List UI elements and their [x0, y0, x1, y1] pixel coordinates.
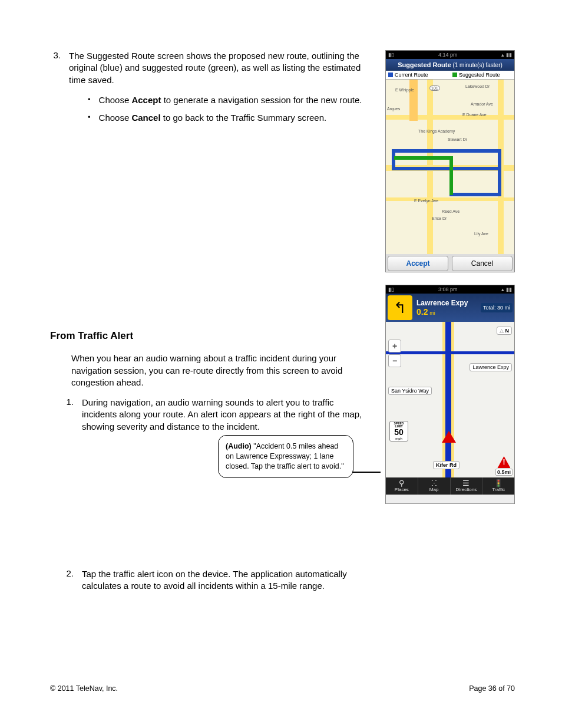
- tab-directions[interactable]: ☰Directions: [451, 477, 483, 495]
- hwy-shield: 101: [429, 85, 440, 91]
- intro-paragraph: When you hear an audio warning about a t…: [71, 353, 378, 388]
- suggested-route-header: Suggested Route (1 minute(s) faster): [386, 59, 514, 71]
- speed-limit-sign: SPEED LIMIT 50 mph: [389, 421, 408, 442]
- tab-traffic[interactable]: 🚦Traffic: [482, 477, 514, 495]
- list-item-1: 1. During navigation, an audio warning s…: [63, 397, 374, 433]
- status-bar: ▮▯ 4:14 pm ▴ ▮▮: [386, 51, 514, 59]
- signal-icon: ▴ ▮▮: [501, 52, 512, 58]
- list-number: 1.: [63, 397, 74, 433]
- accept-button[interactable]: Accept: [388, 256, 448, 271]
- tab-places[interactable]: ⚲Places: [386, 477, 418, 495]
- bullet-list: • Choose Accept to generate a navigation…: [88, 94, 374, 124]
- battery-icon: ▮▯: [388, 286, 394, 292]
- list-item-2: 2. Tap the traffic alert icon on the dev…: [63, 568, 374, 592]
- compass[interactable]: △ N: [497, 327, 513, 335]
- map-view[interactable]: 101 E Whipple Lakewood Dr Amador Ave E D…: [386, 80, 514, 254]
- map-label: The Kings Academy: [418, 129, 455, 133]
- list-item-2-text: Tap the traffic alert icon on the device…: [82, 568, 371, 592]
- route-line: [445, 322, 451, 477]
- green-square-icon: [452, 73, 457, 77]
- compass-icon: △: [500, 328, 504, 334]
- cancel-button[interactable]: Cancel: [452, 256, 513, 271]
- legend-current: Current Route: [386, 71, 450, 79]
- bullet-cancel: • Choose Cancel to go back to the Traffi…: [88, 112, 374, 124]
- map-label: Reed Ave: [442, 209, 459, 213]
- bullet-accept: • Choose Accept to generate a navigation…: [88, 94, 374, 106]
- bottom-tab-bar: ⚲Places ⵘMap ☰Directions 🚦Traffic: [386, 477, 514, 495]
- map-label: Arques: [387, 107, 400, 111]
- legend-suggested: Suggested Route: [450, 71, 514, 79]
- button-row: Accept Cancel: [386, 254, 514, 273]
- callout-label: (Audio): [226, 442, 252, 450]
- map-label: Lily Ave: [474, 232, 488, 236]
- copyright: © 2011 TeleNav, Inc.: [50, 684, 118, 693]
- bullet-dot-icon: •: [88, 112, 91, 124]
- section-heading: From Traffic Alert: [50, 330, 374, 342]
- page-footer: © 2011 TeleNav, Inc. Page 36 of 70: [50, 684, 515, 693]
- list-item-3-text: The Suggested Route screen shows the pro…: [69, 50, 374, 86]
- status-bar: ▮▯ 3:08 pm ▴ ▮▮: [386, 285, 514, 294]
- blue-square-icon: [388, 73, 393, 77]
- map-label: E Evelyn Ave: [414, 199, 438, 203]
- turn-left-icon: ↰: [388, 295, 412, 320]
- audio-callout: (Audio) "Accident 0.5 miles ahead on Law…: [218, 435, 353, 478]
- bullet-text: Choose Accept to generate a navigation s…: [99, 94, 362, 106]
- turn-instruction-bar: ↰ Lawrence Expy 0.2 mi Total: 30 mi: [386, 294, 514, 322]
- bullet-text: Choose Cancel to go back to the Traffic …: [99, 112, 327, 124]
- list-number: 2.: [63, 568, 74, 592]
- map-label: E Whipple: [395, 88, 414, 92]
- traffic-light-icon: 🚦: [482, 479, 514, 487]
- ordered-list: 3. The Suggested Route screen shows the …: [50, 50, 374, 130]
- street-label-sanysidro: San Ysidro Way: [388, 387, 432, 395]
- list-item-3: 3. The Suggested Route screen shows the …: [50, 50, 374, 130]
- map-label: E Duane Ave: [462, 113, 487, 117]
- next-distance: 0.2: [416, 307, 428, 317]
- street-label-lawrence: Lawrence Expy: [470, 363, 512, 371]
- zoom-in-button[interactable]: +: [388, 340, 401, 353]
- map-label: Lakewood Dr: [465, 84, 490, 88]
- cross-route: [386, 351, 514, 354]
- battery-icon: ▮▯: [388, 52, 394, 58]
- navigation-map[interactable]: △ N + − Lawrence Expy San Ysidro Way Kif…: [386, 322, 514, 477]
- header-note: (1 minute(s) faster): [452, 62, 502, 68]
- total-distance: Total: 30 mi: [481, 303, 513, 312]
- list-number: 3.: [50, 50, 61, 130]
- alert-distance: 0.5mi: [495, 469, 513, 476]
- callout-connector: [352, 472, 381, 473]
- next-street: Lawrence Expy: [416, 299, 477, 307]
- zoom-out-button[interactable]: −: [388, 354, 401, 367]
- street-label-kifer: Kifer Rd: [433, 461, 459, 469]
- list-icon: ☰: [451, 479, 482, 487]
- tab-map[interactable]: ⵘMap: [418, 477, 451, 495]
- car-position-icon: [442, 431, 456, 443]
- status-time: 3:08 pm: [438, 286, 458, 292]
- pin-icon: ⚲: [386, 479, 418, 487]
- traffic-alert-button[interactable]: 0.5mi: [495, 456, 513, 476]
- map-label: Amador Ave: [471, 102, 493, 106]
- signal-icon: ▴ ▮▮: [501, 286, 512, 292]
- header-title: Suggested Route: [398, 61, 451, 68]
- screenshot-suggested-route: ▮▯ 4:14 pm ▴ ▮▮ Suggested Route (1 minut…: [385, 50, 515, 272]
- bullet-dot-icon: •: [88, 94, 91, 106]
- alert-triangle-icon: [497, 456, 510, 468]
- page-number: Page 36 of 70: [469, 684, 515, 693]
- screenshot-navigation: ▮▯ 3:08 pm ▴ ▮▮ ↰ Lawrence Expy 0.2 mi T…: [385, 285, 515, 504]
- map-label: Erica Dr: [432, 216, 447, 220]
- route-legend: Current Route Suggested Route: [386, 71, 514, 80]
- status-time: 4:14 pm: [438, 52, 458, 58]
- map-icon: ⵘ: [418, 479, 450, 487]
- map-label: Stewart Dr: [448, 137, 467, 141]
- list-item-1-text: During navigation, an audio warning soun…: [82, 397, 371, 433]
